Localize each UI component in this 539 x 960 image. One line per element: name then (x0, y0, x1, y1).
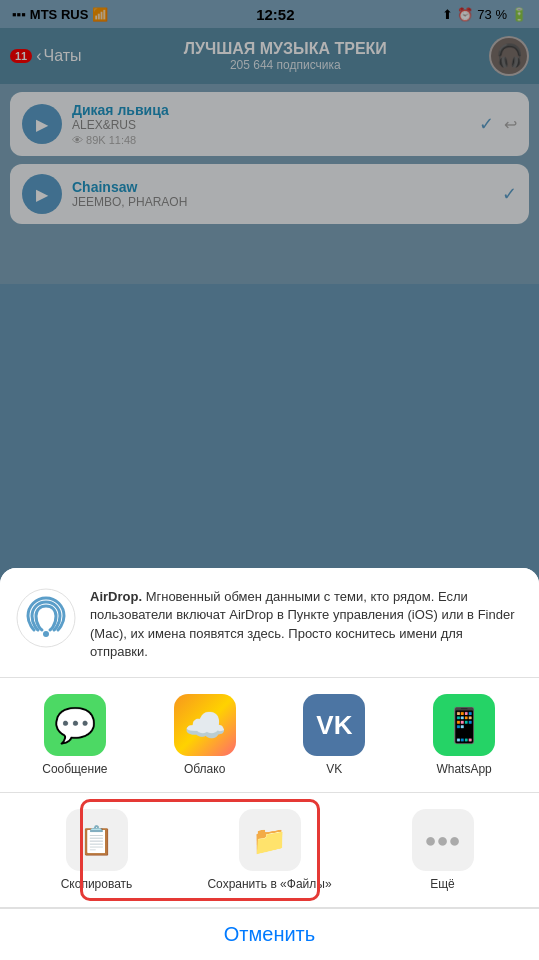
airdrop-description: AirDrop. Мгновенный обмен данными с теми… (90, 588, 523, 661)
action-copy[interactable]: 📋 Скопировать (10, 809, 183, 891)
whatsapp-symbol: 📱 (443, 705, 485, 745)
svg-point-1 (43, 631, 49, 637)
vk-label: VK (326, 762, 342, 776)
action-save-files[interactable]: 📁 Сохранить в «Файлы» (183, 809, 356, 891)
whatsapp-icon: 📱 (433, 694, 495, 756)
oblako-symbol: ☁️ (184, 705, 226, 745)
vk-icon: VK (303, 694, 365, 756)
folder-symbol: 📁 (252, 824, 287, 857)
oblako-icon: ☁️ (174, 694, 236, 756)
more-symbol: ●●● (424, 829, 460, 852)
app-item-oblako[interactable]: ☁️ Облако (140, 694, 270, 776)
oblako-label: Облако (184, 762, 225, 776)
messages-icon: 💬 (44, 694, 106, 756)
messages-bubble: 💬 (54, 705, 96, 745)
app-item-messages[interactable]: 💬 Сообщение (10, 694, 140, 776)
save-files-icon: 📁 (239, 809, 301, 871)
save-files-label: Сохранить в «Файлы» (207, 877, 331, 891)
apps-row: 💬 Сообщение ☁️ Облако VK VK 📱 WhatsApp (0, 678, 539, 793)
copy-symbol: 📋 (79, 824, 114, 857)
airdrop-section: AirDrop. Мгновенный обмен данными с теми… (0, 568, 539, 678)
action-more[interactable]: ●●● Ещё (356, 809, 529, 891)
vk-symbol: VK (316, 710, 352, 741)
more-icon: ●●● (412, 809, 474, 871)
messages-label: Сообщение (42, 762, 107, 776)
app-item-vk[interactable]: VK VK (270, 694, 400, 776)
whatsapp-label: WhatsApp (436, 762, 491, 776)
more-label: Ещё (430, 877, 455, 891)
actions-row: 📋 Скопировать 📁 Сохранить в «Файлы» ●●● … (0, 793, 539, 908)
copy-label: Скопировать (61, 877, 133, 891)
share-sheet: AirDrop. Мгновенный обмен данными с теми… (0, 568, 539, 960)
app-item-whatsapp[interactable]: 📱 WhatsApp (399, 694, 529, 776)
airdrop-desc-text: Мгновенный обмен данными с теми, кто ряд… (90, 589, 514, 659)
airdrop-title: AirDrop. (90, 589, 142, 604)
cancel-bar: Отменить (0, 908, 539, 960)
copy-icon: 📋 (66, 809, 128, 871)
cancel-button[interactable]: Отменить (14, 923, 525, 946)
airdrop-icon (16, 588, 76, 648)
